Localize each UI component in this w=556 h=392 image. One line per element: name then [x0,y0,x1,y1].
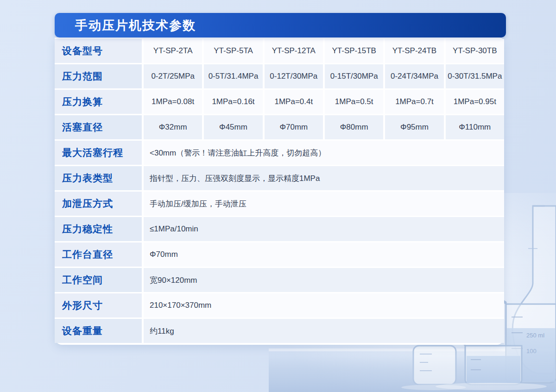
row-label: 工作台直径 [55,243,142,267]
svg-text:100: 100 [526,348,537,355]
row-label: 设备重量 [55,319,142,343]
cell-value: 指针型，压力、压强双刻度显示，显示精度1MPa [144,166,504,190]
table-row: 设备重量 约11kg [55,319,504,343]
cell-value: Φ110mm [446,115,504,139]
cell-value: 1MPa=0.5t [325,90,383,114]
table-row: 工作空间 宽90×120mm [55,268,504,292]
row-label: 设备型号 [55,39,142,63]
cell-value: YT-SP-15TB [325,39,383,63]
table-row: 压力范围 0-2T/25MPa 0-5T/31.4MPa 0-12T/30MPa… [55,64,504,88]
cell-value: 0-2T/25MPa [144,64,202,88]
spec-table: 设备型号 YT-SP-2TA YT-SP-5TA YT-SP-12TA YT-S… [55,39,504,343]
cell-value: 0-15T/30MPa [325,64,383,88]
table-row: 压力表类型 指针型，压力、压强双刻度显示，显示精度1MPa [55,166,504,190]
row-label: 活塞直径 [55,115,142,139]
spec-card: 设备型号 YT-SP-2TA YT-SP-5TA YT-SP-12TA YT-S… [55,37,504,345]
cell-value: 0-30T/31.5MPa [446,64,504,88]
cell-value: <30mm（警示！请注意油缸上升高度，切勿超高） [144,141,504,165]
row-label: 压力范围 [55,64,142,88]
table-row: 外形尺寸 210×170×370mm [55,293,504,317]
cell-value: 约11kg [144,319,504,343]
reflection [401,385,466,390]
row-label: 压力稳定性 [55,217,142,241]
cell-value: 手动加压/缓加压，手动泄压 [144,192,504,216]
table-row: 工作台直径 Φ70mm [55,243,504,267]
table-row: 压力稳定性 ≤1MPa/10min [55,217,504,241]
cell-value: 宽90×120mm [144,268,504,292]
table-row: 压力换算 1MPa=0.08t 1MPa=0.16t 1MPa=0.4t 1MP… [55,90,504,114]
row-label: 工作空间 [55,268,142,292]
svg-text:250 ml: 250 ml [526,332,544,339]
cell-value: Φ45mm [204,115,262,139]
cell-value: YT-SP-5TA [204,39,262,63]
cell-value: Φ32mm [144,115,202,139]
cell-value: Φ95mm [385,115,443,139]
cell-value: 0-24T/34MPa [385,64,443,88]
page-title: 手动压片机技术参数 [75,17,196,34]
cell-value: 1MPa=0.4t [265,90,323,114]
cell-value: 0-12T/30MPa [265,64,323,88]
table-row: 最大活塞行程 <30mm（警示！请注意油缸上升高度，切勿超高） [55,141,504,165]
cell-value: 210×170×370mm [144,293,504,317]
row-label: 最大活塞行程 [55,141,142,165]
cell-value: YT-SP-24TB [385,39,443,63]
beaker-icon [462,342,522,385]
cell-value: YT-SP-30TB [446,39,504,63]
glass-bottle-icon [413,346,456,385]
row-label: 压力表类型 [55,166,142,190]
cell-value: YT-SP-12TA [265,39,323,63]
cell-value: 1MPa=0.16t [204,90,262,114]
header-bar: 手动压片机技术参数 [55,13,506,37]
cell-value: YT-SP-2TA [144,39,202,63]
table-row: 设备型号 YT-SP-2TA YT-SP-5TA YT-SP-12TA YT-S… [55,39,504,63]
cell-value: Φ80mm [325,115,383,139]
table-row: 活塞直径 Φ32mm Φ45mm Φ70mm Φ80mm Φ95mm Φ110m… [55,115,504,139]
row-label: 加泄压方式 [55,192,142,216]
cell-value: 1MPa=0.08t [144,90,202,114]
row-label: 外形尺寸 [55,293,142,317]
cell-value: 1MPa=0.95t [446,90,504,114]
row-label: 压力换算 [55,90,142,114]
cell-value: ≤1MPa/10min [144,217,504,241]
cell-value: Φ70mm [144,243,504,267]
cell-value: 0-5T/31.4MPa [204,64,262,88]
table-row: 加泄压方式 手动加压/缓加压，手动泄压 [55,192,504,216]
cell-value: 1MPa=0.7t [385,90,443,114]
cell-value: Φ70mm [265,115,323,139]
